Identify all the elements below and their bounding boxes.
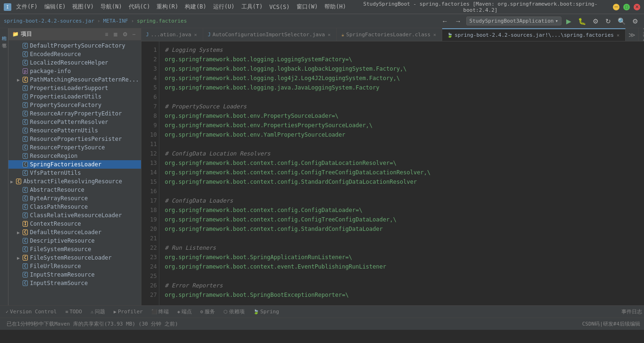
run-button[interactable]: ▶ xyxy=(564,16,573,26)
settings-button[interactable]: ⚙ xyxy=(630,16,640,26)
bottom-tab-version-control[interactable]: ✓Version Control xyxy=(2,308,60,316)
menu-window[interactable]: 窗口(W) xyxy=(295,3,320,11)
tab-icon: J xyxy=(208,32,211,37)
search-button[interactable]: 🔍 xyxy=(616,16,627,26)
panel-layout-btn[interactable]: ≡ xyxy=(104,31,110,38)
bottom-tab-服务[interactable]: ⚙服务 xyxy=(197,307,219,316)
tree-item[interactable]: ▶CFileSystemResourceLoader xyxy=(8,253,141,262)
editor-tab-2[interactable]: ☕SpringFactoriesLoader.class✕ xyxy=(337,28,442,41)
class-icon: C xyxy=(23,162,28,167)
tab-close-btn[interactable]: ✕ xyxy=(432,32,437,37)
tree-item[interactable]: CSpringFactoriesLoader xyxy=(8,160,141,169)
project-tree[interactable]: CDefaultPropertySourceFactoryCEncodedRes… xyxy=(8,41,141,305)
breadcrumb-metainf[interactable]: META-INF xyxy=(103,18,128,24)
bottom-tab-spring[interactable]: 🍃Spring xyxy=(249,308,283,316)
tree-item[interactable]: CInputStreamSource xyxy=(8,279,141,287)
breadcrumb-file[interactable]: spring.factories xyxy=(137,18,187,24)
editor-tab-0[interactable]: J...ation.java✕ xyxy=(141,28,203,41)
tree-item[interactable]: CVfsPatternUtils xyxy=(8,169,141,177)
code-line: org.springframework.boot.logging.log4j2.… xyxy=(165,74,644,83)
editor-tab-3[interactable]: 🍃spring-boot-2.4.2-sources.jar!\...\spri… xyxy=(442,28,626,41)
tree-item[interactable]: CDefaultPropertySourceFactory xyxy=(8,41,141,50)
event-log-label[interactable]: 事件日志 xyxy=(621,308,642,315)
menu-build[interactable]: 构建(B) xyxy=(183,3,208,11)
minimize-button[interactable]: ─ xyxy=(613,4,619,10)
tree-item[interactable]: CResourcePropertySource xyxy=(8,143,141,152)
forward-button[interactable]: → xyxy=(453,16,463,26)
bottom-tab-profiler[interactable]: ▶Profiler xyxy=(110,308,147,316)
menu-code[interactable]: 代码(C) xyxy=(127,3,152,11)
class-icon: C xyxy=(23,272,28,278)
tree-item[interactable]: ▶CDefaultResourceLoader xyxy=(8,228,141,237)
menu-file[interactable]: 文件(F) xyxy=(14,3,40,11)
tree-item[interactable]: ▶CAbstractFileResolvingResource xyxy=(8,177,141,186)
bottom-tab-todo[interactable]: ≡TODO xyxy=(61,308,86,316)
bottom-tab-label: 端点 xyxy=(182,308,192,315)
code-content[interactable]: # Logging Systemsorg.springframework.boo… xyxy=(159,41,644,305)
code-url-text: org.springframework.boot.context.config.… xyxy=(165,216,396,223)
bottom-tab-icon: ≡ xyxy=(65,309,68,314)
tree-item[interactable]: CClassRelativeResourceLoader xyxy=(8,211,141,220)
bottom-tab-端点[interactable]: ◈端点 xyxy=(173,307,196,316)
update-button[interactable]: ↻ xyxy=(603,16,613,26)
tree-item[interactable]: CResourcePatternResolver xyxy=(8,118,141,126)
tree-item[interactable]: CEncodedResource xyxy=(8,50,141,58)
code-line: org.springframework.boot.logging.logback… xyxy=(165,64,644,74)
menu-edit[interactable]: 编辑(E) xyxy=(42,3,68,11)
bottom-tab-依赖项[interactable]: ⬡依赖项 xyxy=(220,307,248,316)
class-icon: C xyxy=(23,94,28,99)
bottom-tab-问题[interactable]: ⚠问题 xyxy=(87,307,109,316)
tab-close-btn[interactable]: ✕ xyxy=(193,32,198,37)
structure-label[interactable]: 结构 xyxy=(0,28,8,36)
menu-vcs[interactable]: VCS(S) xyxy=(267,4,291,10)
breadcrumb-jar[interactable]: spring-boot-2.4.2-sources.jar xyxy=(4,18,94,24)
tree-item[interactable]: CResourcePatternUtils xyxy=(8,126,141,135)
tree-item[interactable]: CResourceArrayPropertyEditor xyxy=(8,109,141,118)
bottom-tab-终端[interactable]: ⬛终端 xyxy=(148,307,173,316)
line-number: 25 xyxy=(141,271,157,281)
bottom-right-area: 事件日志 xyxy=(621,308,642,315)
close-button[interactable]: ✕ xyxy=(634,4,640,10)
tree-item-label: ResourcePatternResolver xyxy=(30,119,108,125)
tab-icon: ☕ xyxy=(341,32,344,37)
tree-item[interactable]: CResourcePropertiesPersister xyxy=(8,135,141,143)
tree-item[interactable]: ppackage-info xyxy=(8,67,141,75)
bookmarks-label[interactable]: 书签 xyxy=(0,36,8,43)
tree-item[interactable]: CPropertiesLoaderSupport xyxy=(8,84,141,92)
tab-icon: J xyxy=(146,32,149,37)
tree-item[interactable]: CDescriptiveResource xyxy=(8,237,141,245)
tree-item[interactable]: ▶CPathMatchingResourcePatternRe... xyxy=(8,75,141,84)
panel-close-btn[interactable]: − xyxy=(131,31,137,38)
menu-run[interactable]: 运行(U) xyxy=(211,3,237,11)
back-button[interactable]: ← xyxy=(440,16,450,26)
maximize-button[interactable]: □ xyxy=(623,4,630,10)
tab-close-btn[interactable]: ✕ xyxy=(327,32,331,37)
project-selector[interactable]: StudySpringBoot3Application ▾ xyxy=(466,16,561,25)
tree-item[interactable]: CLocalizedResourceHelper xyxy=(8,58,141,67)
more-tabs-button[interactable]: ≫ xyxy=(626,31,638,39)
reader-mode-button[interactable]: 阅读器模式 xyxy=(638,28,644,41)
tree-item[interactable]: CPropertySourceFactory xyxy=(8,101,141,109)
tree-item[interactable]: CResourceRegion xyxy=(8,152,141,160)
code-line xyxy=(165,92,644,102)
menu-view[interactable]: 视图(V) xyxy=(70,3,96,11)
tab-close-btn[interactable]: ✕ xyxy=(616,33,620,38)
tree-item[interactable]: CClassPathResource xyxy=(8,203,141,211)
menu-refactor[interactable]: 重构(R) xyxy=(155,3,180,11)
class-icon: C xyxy=(23,153,28,159)
tree-item[interactable]: CAbstractResource xyxy=(8,186,141,194)
editor-tab-1[interactable]: JAutoConfigurationImportSelector.java✕ xyxy=(203,28,337,41)
tree-item[interactable]: CPropertiesLoaderUtils xyxy=(8,92,141,101)
build-button[interactable]: ⚙ xyxy=(591,16,601,26)
menu-help[interactable]: 帮助(H) xyxy=(322,3,348,11)
debug-button[interactable]: 🐛 xyxy=(576,16,588,26)
panel-settings-btn[interactable]: ⚙ xyxy=(121,31,129,38)
panel-compact-btn[interactable]: ≣ xyxy=(112,31,119,38)
tree-item[interactable]: CInputStreamResource xyxy=(8,270,141,279)
tree-item[interactable]: CByteArrayResource xyxy=(8,194,141,203)
tree-item[interactable]: IContextResource xyxy=(8,220,141,228)
menu-tools[interactable]: 工具(T) xyxy=(239,3,265,11)
tree-item[interactable]: CFileUrlResource xyxy=(8,262,141,270)
menu-navigate[interactable]: 导航(N) xyxy=(99,3,124,11)
tree-item[interactable]: CFileSystemResource xyxy=(8,245,141,253)
